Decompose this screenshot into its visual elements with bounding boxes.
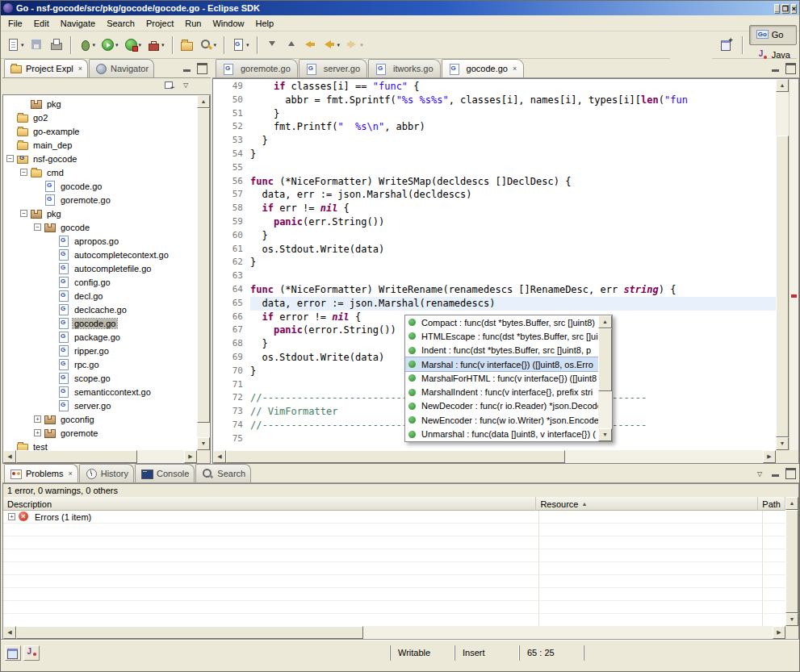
scroll-up-button[interactable]: ▲ xyxy=(197,95,210,108)
menu-item-edit[interactable]: Edit xyxy=(28,16,55,31)
code-line[interactable]: if err != nil { xyxy=(250,202,776,215)
code-line[interactable]: } xyxy=(250,107,776,121)
editor-tab-goremote-go[interactable]: goremote.go xyxy=(216,59,298,77)
new-go-element-button[interactable]: ▾ xyxy=(229,35,252,55)
editor-tab-itworks-go[interactable]: itworks.go xyxy=(368,59,441,77)
tree-item-main-dep[interactable]: main_dep xyxy=(3,138,197,152)
close-icon[interactable]: × xyxy=(68,470,72,478)
tree-item-gocode-go[interactable]: gocode.go xyxy=(3,316,197,330)
view-tab-problems[interactable]: Problems× xyxy=(4,464,78,482)
scrollbar-thumb[interactable] xyxy=(598,328,612,391)
scrollbar-thumb[interactable] xyxy=(16,626,363,639)
tree-item-pkg[interactable]: −pkg xyxy=(3,207,197,220)
scroll-up-button[interactable]: ▲ xyxy=(776,79,789,92)
code-line[interactable]: os.Stdout.Write(data) xyxy=(250,243,776,257)
editor-vertical-scrollbar[interactable]: ▲ ▼ xyxy=(776,79,789,450)
scroll-left-button[interactable]: ◀ xyxy=(213,450,226,463)
collapse-all-icon[interactable] xyxy=(164,80,178,94)
tree-item-pkg[interactable]: pkg xyxy=(3,97,197,111)
scroll-up-button[interactable]: ▲ xyxy=(785,497,798,510)
tree-item-goremote[interactable]: +goremote xyxy=(3,426,197,440)
maximize-button[interactable]: ❐ xyxy=(781,4,790,14)
column-header-resource[interactable]: Resource▲ xyxy=(536,497,758,511)
maximize-editor-button[interactable] xyxy=(783,61,798,74)
autocomplete-item[interactable]: HTMLEscape : func(dst *bytes.Buffer, src… xyxy=(405,329,598,343)
code-line[interactable]: } xyxy=(250,148,776,161)
tree-item-goconfig[interactable]: +goconfig xyxy=(3,412,197,426)
scroll-down-button[interactable]: ▼ xyxy=(785,613,798,626)
fast-view-button[interactable] xyxy=(5,645,21,661)
view-tab-search[interactable]: Search xyxy=(195,464,251,482)
plus-expander-icon[interactable]: + xyxy=(34,429,41,436)
autocomplete-item[interactable]: Indent : func(dst *bytes.Buffer, src []u… xyxy=(405,344,598,357)
code-line[interactable]: data, error := json.Marshal(renamedescs) xyxy=(250,297,776,311)
tree-item-go2[interactable]: go2 xyxy=(3,111,197,124)
editor-tab-gocode-go[interactable]: gocode.go× xyxy=(442,59,525,77)
minimize-view-button[interactable] xyxy=(769,466,783,479)
tree-item-nsf-gocode[interactable]: −nsf-gocode xyxy=(3,152,197,165)
autocomplete-item[interactable]: NewEncoder : func(w io.Writer) *json.Enc… xyxy=(405,413,598,427)
tree-item-declcache-go[interactable]: declcache.go xyxy=(3,303,197,316)
minus-expander-icon[interactable]: − xyxy=(20,210,27,217)
next-annotation-button[interactable] xyxy=(262,35,281,55)
problems-row[interactable]: +Errors (1 item) xyxy=(3,511,785,524)
autocomplete-item[interactable]: Compact : func(dst *bytes.Buffer, src []… xyxy=(405,315,598,329)
code-line[interactable]: } xyxy=(250,134,776,148)
autocomplete-scrollbar[interactable]: ▲ ▼ xyxy=(598,315,612,441)
tree-item-rpc-go[interactable]: rpc.go xyxy=(3,357,197,371)
back-button[interactable]: ▾ xyxy=(320,35,343,55)
maximize-view-button[interactable] xyxy=(783,466,798,479)
forward-button[interactable]: ▾ xyxy=(343,35,366,55)
tree-item-package-go[interactable]: package.go xyxy=(3,330,197,344)
scrollbar-thumb[interactable] xyxy=(785,510,798,613)
code-line[interactable]: func (*NiceFormatter) WriteSMap(decldesc… xyxy=(250,175,776,189)
view-tab-navigator[interactable]: Navigator xyxy=(89,59,154,77)
search-button[interactable]: ▾ xyxy=(197,35,220,55)
code-line[interactable]: func (*NiceFormatter) WriteRename(rename… xyxy=(250,283,776,297)
plus-expander-icon[interactable]: + xyxy=(34,415,41,423)
external-tools-button[interactable]: ▾ xyxy=(145,35,167,55)
minimize-view-button[interactable] xyxy=(180,61,195,74)
save-button[interactable] xyxy=(27,35,46,55)
scroll-down-button[interactable]: ▼ xyxy=(776,437,789,450)
view-menu-icon[interactable] xyxy=(755,469,769,482)
open-perspective-button[interactable] xyxy=(717,35,735,55)
run-button[interactable]: ▾ xyxy=(98,35,121,55)
autocomplete-item[interactable]: Unmarshal : func(data []uint8, v interfa… xyxy=(405,427,598,440)
autocomplete-item[interactable]: Marshal : func(v interface{}) ([]uint8, … xyxy=(405,357,598,371)
tree-item-go-example[interactable]: go-example xyxy=(3,124,197,138)
editor-tab-server-go[interactable]: server.go xyxy=(299,59,367,77)
code-line[interactable]: abbr = fmt.Sprintf("%s %s%s", classes[i]… xyxy=(250,94,776,107)
explorer-vertical-scrollbar[interactable]: ▲ ▼ xyxy=(197,95,210,450)
tree-item-cmd[interactable]: −cmd xyxy=(3,165,197,179)
scroll-down-button[interactable]: ▼ xyxy=(197,437,210,450)
column-header-path[interactable]: Path xyxy=(758,497,785,511)
minimize-button[interactable]: _ xyxy=(774,4,780,14)
menu-item-navigate[interactable]: Navigate xyxy=(55,16,101,31)
scroll-left-button[interactable]: ◀ xyxy=(3,626,16,639)
view-tab-project-expl[interactable]: Project Expl× xyxy=(4,59,88,77)
scroll-right-button[interactable]: ▶ xyxy=(773,626,785,639)
minus-expander-icon[interactable]: − xyxy=(20,169,27,176)
close-button[interactable]: × xyxy=(791,4,797,14)
scroll-right-button[interactable]: ▶ xyxy=(763,450,776,463)
menu-item-search[interactable]: Search xyxy=(101,16,140,31)
error-annotation-marker[interactable] xyxy=(791,294,797,298)
tree-item-server-go[interactable]: server.go xyxy=(3,399,197,412)
tree-item-scope-go[interactable]: scope.go xyxy=(3,371,197,385)
scrollbar-thumb[interactable] xyxy=(16,450,137,463)
tree-item-config-go[interactable]: config.go xyxy=(3,275,197,289)
problems-horizontal-scrollbar[interactable]: ◀ ▶ xyxy=(3,626,785,639)
scroll-left-button[interactable]: ◀ xyxy=(3,450,16,463)
print-button[interactable] xyxy=(47,35,65,55)
tree-item-goremote-go[interactable]: goremote.go xyxy=(3,193,197,207)
explorer-horizontal-scrollbar[interactable]: ◀ ▶ xyxy=(3,450,197,463)
run-history-button[interactable]: ▾ xyxy=(122,35,145,55)
minimize-editor-button[interactable] xyxy=(769,61,783,74)
scrollbar-thumb[interactable] xyxy=(776,136,789,437)
close-icon[interactable]: × xyxy=(513,65,517,73)
autocomplete-item[interactable]: MarshalForHTML : func(v interface{}) ([]… xyxy=(405,371,598,385)
code-line[interactable] xyxy=(250,269,776,283)
autocomplete-item[interactable]: MarshalIndent : func(v interface{}, pref… xyxy=(405,385,598,399)
tree-item-apropos-go[interactable]: apropos.go xyxy=(3,234,197,248)
